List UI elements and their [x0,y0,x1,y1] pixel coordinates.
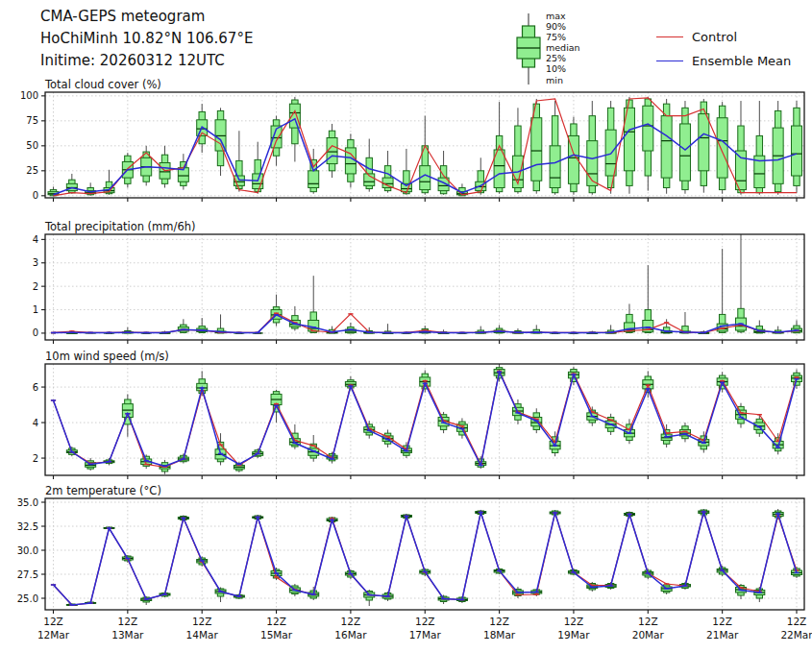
panel-1-ytick-label: 0 [33,327,38,338]
meteogram-page: CMA-GEPS meteogram HoChiMinh 10.82°N 106… [0,0,812,653]
panel-0-ytick-label: 50 [26,140,38,151]
xtick-hour-label: 12Z [638,616,658,627]
xtick-hour-label: 12Z [341,616,361,627]
xtick-hour-label: 12Z [43,616,63,627]
xtick-date-label: 16Mar [334,629,367,641]
xtick-date-label: 22Mar [780,629,812,641]
panel-1-ytick-label: 2 [33,281,38,292]
panel-0-title: Total cloud cover (%) [44,78,161,91]
xtick-date-label: 13Mar [111,629,144,641]
panel-3-ytick-label: 30.0 [17,545,38,556]
xtick-hour-label: 12Z [787,616,807,627]
panel-0-ytick-label: 0 [33,190,38,201]
xtick-date-label: 18Mar [483,629,516,641]
xtick-hour-label: 12Z [192,616,212,627]
panel-0-ytick-label: 75 [26,115,38,126]
panel-1-title: Total precipitation (mm/6h) [44,220,195,233]
xtick-hour-label: 12Z [266,616,286,627]
panel-1-boxplots [51,232,802,333]
panel-2-title: 10m wind speed (m/s) [45,350,169,363]
panel-2-ytick-label: 6 [33,382,38,393]
panel-3-title: 2m temperature (°C) [45,484,161,497]
xtick-hour-label: 12Z [564,616,584,627]
panel-1-ytick-label: 1 [33,304,38,315]
xtick-hour-label: 12Z [415,616,435,627]
panel-3-ytick-label: 35.0 [17,497,38,508]
panel-1-axes: 01234Total precipitation (mm/6h) [33,220,804,344]
panel-2-ytick-label: 4 [33,418,38,428]
meteogram-panels: 0255075100Total cloud cover (%)01234Tota… [0,0,812,653]
xtick-date-label: 15Mar [260,629,293,641]
xtick-date-label: 14Mar [186,629,219,641]
panel-0-ytick-label: 100 [20,90,38,101]
xtick-date-label: 20Mar [632,629,665,641]
panel-2-boxplots [66,364,801,474]
xtick-hour-label: 12Z [489,616,509,627]
xtick-date-label: 19Mar [557,629,590,641]
xtick-date-label: 12Mar [37,629,70,641]
panel-1-ytick-label: 4 [33,234,38,245]
panel-0-ytick-label: 25 [26,165,38,176]
xtick-date-label: 21Mar [706,629,739,641]
panel-1-ytick-label: 3 [33,257,38,268]
panel-3-ytick-label: 27.5 [17,569,38,580]
panel-2-ytick-label: 2 [33,453,38,464]
panel-1-grid [45,234,804,340]
x-axis-labels: 12Z12Mar12Z13Mar12Z14Mar12Z15Mar12Z16Mar… [37,616,812,641]
xtick-hour-label: 12Z [118,616,138,627]
xtick-date-label: 17Mar [409,629,442,641]
panel-3-ytick-label: 32.5 [17,521,38,532]
panel-3-axes: 25.027.530.032.535.02m temperature (°C) [17,484,804,614]
panel-3-ytick-label: 25.0 [17,593,38,604]
xtick-hour-label: 12Z [712,616,732,627]
panel-3-grid [45,498,804,610]
